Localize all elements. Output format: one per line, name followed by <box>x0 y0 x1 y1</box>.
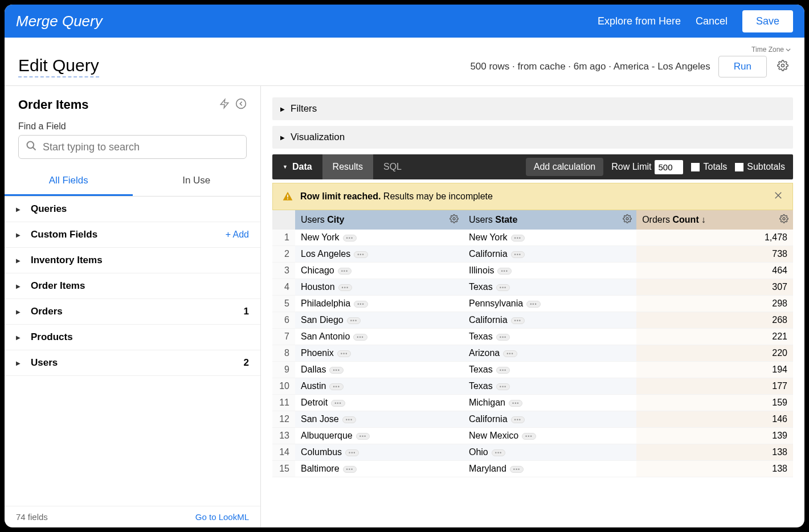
more-icon[interactable]: ••• <box>509 400 522 407</box>
cell-count[interactable]: 146 <box>636 411 793 428</box>
category-users[interactable]: ▶Users2 <box>5 350 260 376</box>
visualization-panel[interactable]: ▶ Visualization <box>272 126 793 149</box>
column-header-users-city[interactable]: Users City <box>295 210 463 230</box>
more-icon[interactable]: ••• <box>511 416 525 423</box>
cell-city[interactable]: Albuquerque••• <box>295 428 463 444</box>
more-icon[interactable]: ••• <box>338 268 352 275</box>
totals-checkbox[interactable]: Totals <box>691 162 727 172</box>
more-icon[interactable]: ••• <box>503 350 517 357</box>
more-icon[interactable]: ••• <box>354 251 367 258</box>
cell-state[interactable]: California••• <box>463 312 636 329</box>
cell-count[interactable]: 177 <box>636 378 793 395</box>
cell-city[interactable]: Dallas••• <box>295 362 463 378</box>
sql-tab[interactable]: SQL <box>373 154 412 179</box>
cell-state[interactable]: California••• <box>463 411 636 428</box>
cell-count[interactable]: 139 <box>636 428 793 444</box>
more-icon[interactable]: ••• <box>343 466 357 473</box>
cancel-link[interactable]: Cancel <box>696 15 728 27</box>
cell-count[interactable]: 194 <box>636 362 793 378</box>
run-button[interactable]: Run <box>718 56 767 77</box>
cell-count[interactable]: 298 <box>636 296 793 312</box>
cell-state[interactable]: Maryland••• <box>463 461 636 477</box>
more-icon[interactable]: ••• <box>497 268 511 275</box>
save-button[interactable]: Save <box>742 10 793 32</box>
more-icon[interactable]: ••• <box>522 433 536 440</box>
more-icon[interactable]: ••• <box>492 449 505 456</box>
add-custom-field-link[interactable]: + Add <box>226 230 249 240</box>
add-calculation-button[interactable]: Add calculation <box>526 158 604 176</box>
cell-city[interactable]: San Antonio••• <box>295 329 463 345</box>
cell-count[interactable]: 738 <box>636 246 793 263</box>
column-header-orders-count[interactable]: Orders Count↓ <box>636 210 793 230</box>
bolt-icon[interactable] <box>219 98 230 112</box>
cell-count[interactable]: 1,478 <box>636 230 793 246</box>
more-icon[interactable]: ••• <box>511 317 525 324</box>
results-tab[interactable]: Results <box>322 154 373 179</box>
cell-count[interactable]: 220 <box>636 345 793 362</box>
cell-count[interactable]: 268 <box>636 312 793 329</box>
more-icon[interactable]: ••• <box>331 400 345 407</box>
column-header-users-state[interactable]: Users State <box>463 210 636 230</box>
tab-all-fields[interactable]: All Fields <box>5 167 133 196</box>
category-order-items[interactable]: ▶Order Items <box>5 273 260 299</box>
cell-state[interactable]: New York••• <box>463 230 636 246</box>
more-icon[interactable]: ••• <box>496 334 510 341</box>
settings-gear-icon[interactable] <box>775 58 791 76</box>
explore-from-here-link[interactable]: Explore from Here <box>598 15 681 27</box>
more-icon[interactable]: ••• <box>337 350 351 357</box>
cell-state[interactable]: Texas••• <box>463 378 636 395</box>
cell-city[interactable]: Columbus••• <box>295 444 463 461</box>
cell-city[interactable]: Los Angeles••• <box>295 246 463 263</box>
close-warning-icon[interactable] <box>773 190 783 203</box>
cell-state[interactable]: New Mexico••• <box>463 428 636 444</box>
column-gear-icon[interactable] <box>779 214 788 226</box>
more-icon[interactable]: ••• <box>329 367 343 374</box>
cell-state[interactable]: California••• <box>463 246 636 263</box>
more-icon[interactable]: ••• <box>496 383 510 390</box>
column-gear-icon[interactable] <box>450 214 459 226</box>
search-input-wrapper[interactable] <box>18 135 247 159</box>
more-icon[interactable]: ••• <box>511 251 525 258</box>
more-icon[interactable]: ••• <box>338 284 352 291</box>
go-to-lookml-link[interactable]: Go to LookML <box>195 512 249 522</box>
more-icon[interactable]: ••• <box>496 284 510 291</box>
cell-city[interactable]: San Diego••• <box>295 312 463 329</box>
cell-count[interactable]: 159 <box>636 395 793 411</box>
filters-panel[interactable]: ▶ Filters <box>272 97 793 120</box>
cell-city[interactable]: New York••• <box>295 230 463 246</box>
cell-city[interactable]: Houston••• <box>295 279 463 296</box>
row-limit-input[interactable] <box>655 160 683 174</box>
timezone-selector[interactable]: Time Zone <box>751 46 791 54</box>
cell-city[interactable]: Austin••• <box>295 378 463 395</box>
tab-in-use[interactable]: In Use <box>133 167 261 196</box>
data-tab[interactable]: ▼ Data <box>272 154 322 179</box>
category-orders[interactable]: ▶Orders1 <box>5 299 260 325</box>
cell-count[interactable]: 138 <box>636 444 793 461</box>
cell-state[interactable]: Arizona••• <box>463 345 636 362</box>
cell-city[interactable]: Philadelphia••• <box>295 296 463 312</box>
cell-city[interactable]: Chicago••• <box>295 263 463 279</box>
more-icon[interactable]: ••• <box>329 383 343 390</box>
cell-state[interactable]: Texas••• <box>463 279 636 296</box>
more-icon[interactable]: ••• <box>353 334 367 341</box>
search-input[interactable] <box>43 141 239 153</box>
cell-city[interactable]: San Jose••• <box>295 411 463 428</box>
more-icon[interactable]: ••• <box>526 301 540 308</box>
column-gear-icon[interactable] <box>623 214 632 226</box>
cell-city[interactable]: Baltimore••• <box>295 461 463 477</box>
category-custom-fields[interactable]: ▶Custom Fields+ Add <box>5 222 260 248</box>
category-queries[interactable]: ▶Queries <box>5 197 260 222</box>
collapse-sidebar-icon[interactable] <box>235 98 247 112</box>
cell-count[interactable]: 221 <box>636 329 793 345</box>
category-inventory-items[interactable]: ▶Inventory Items <box>5 248 260 273</box>
cell-city[interactable]: Detroit••• <box>295 395 463 411</box>
cell-count[interactable]: 464 <box>636 263 793 279</box>
cell-state[interactable]: Pennsylvania••• <box>463 296 636 312</box>
edit-query-title[interactable]: Edit Query <box>18 56 99 77</box>
cell-state[interactable]: Texas••• <box>463 362 636 378</box>
more-icon[interactable]: ••• <box>496 367 510 374</box>
cell-city[interactable]: Phoenix••• <box>295 345 463 362</box>
more-icon[interactable]: ••• <box>342 416 356 423</box>
subtotals-checkbox[interactable]: Subtotals <box>735 162 785 172</box>
cell-state[interactable]: Illinois••• <box>463 263 636 279</box>
